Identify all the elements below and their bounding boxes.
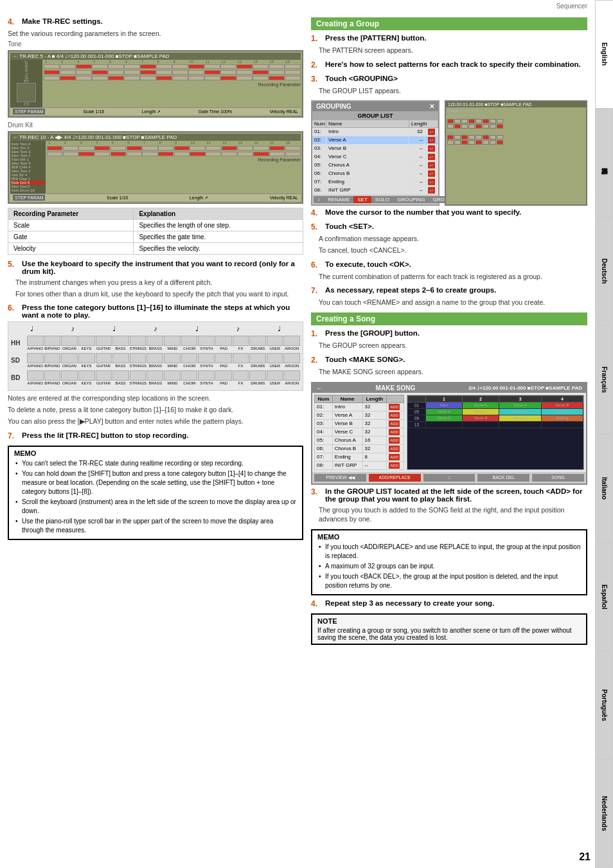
grouping-close-icon[interactable]: ✕ bbox=[429, 103, 434, 110]
add-btn-4[interactable]: +↑ bbox=[428, 154, 435, 160]
add-btn-7[interactable]: +↑ bbox=[428, 179, 435, 185]
ms-add-5[interactable]: ADD bbox=[387, 436, 404, 444]
bd-cell-2[interactable] bbox=[44, 370, 61, 381]
song-cell-05-1[interactable]: Verse A bbox=[426, 408, 462, 415]
sd-cell-10[interactable] bbox=[181, 353, 198, 363]
sd-cell-6[interactable] bbox=[112, 353, 129, 363]
make-song-back-btn[interactable]: ← bbox=[316, 384, 323, 392]
song-cell-09-2[interactable]: Verse B bbox=[462, 415, 499, 421]
ms-add-4[interactable]: ADD bbox=[387, 428, 404, 436]
hh-cell-12[interactable] bbox=[215, 336, 232, 346]
sort-song-btn[interactable]: ↕ bbox=[423, 474, 475, 482]
grp-btn-4[interactable]: +↑ bbox=[425, 153, 438, 161]
ms-add-btn-7[interactable]: ADD bbox=[389, 454, 400, 460]
song-cell-05-3[interactable]: Chorus A bbox=[499, 408, 541, 415]
song-cell-01-2[interactable]: Verse A bbox=[462, 402, 499, 408]
bd-cell-15[interactable] bbox=[267, 370, 283, 381]
bd-cell-11[interactable] bbox=[198, 370, 215, 381]
bd-cell-6[interactable] bbox=[112, 370, 129, 381]
add-btn-1[interactable]: +↑ bbox=[428, 129, 435, 135]
add-btn-3[interactable]: +↑ bbox=[428, 145, 435, 152]
lang-tab-deutsch[interactable]: Deutsch bbox=[595, 217, 613, 326]
grp-btn-3[interactable]: +↑ bbox=[425, 145, 438, 152]
step-param-btn-drum[interactable]: STEP PARAM bbox=[13, 195, 45, 201]
sd-cell-8[interactable] bbox=[147, 353, 163, 363]
hh-cell-5[interactable] bbox=[96, 336, 112, 346]
ms-add-btn-3[interactable]: ADD bbox=[389, 420, 400, 427]
set-btn[interactable]: SET bbox=[353, 196, 371, 203]
sd-cell-15[interactable] bbox=[267, 353, 283, 363]
sd-cell-7[interactable] bbox=[130, 353, 147, 363]
sort-btn[interactable]: ↕ bbox=[314, 196, 324, 203]
hh-cell-13[interactable] bbox=[233, 336, 249, 346]
hh-cell-1[interactable] bbox=[27, 336, 44, 346]
ms-add-btn-5[interactable]: ADD bbox=[389, 437, 400, 444]
ms-add-btn-8[interactable]: ADD bbox=[389, 462, 400, 469]
sd-cell-16[interactable] bbox=[283, 353, 300, 363]
lang-tab-espanol[interactable]: Español bbox=[595, 543, 613, 651]
hh-cell-16[interactable] bbox=[283, 336, 300, 346]
ms-add-6[interactable]: ADD bbox=[387, 444, 404, 453]
hh-cell-9[interactable] bbox=[164, 336, 181, 346]
ms-add-btn-2[interactable]: ADD bbox=[389, 412, 400, 419]
lang-tab-francais[interactable]: Français bbox=[595, 325, 613, 434]
song-cell-09-3[interactable]: Verse C bbox=[499, 415, 541, 421]
sd-cell-12[interactable] bbox=[215, 353, 232, 363]
song-cell-05-2[interactable]: Verse C bbox=[462, 408, 499, 415]
sd-cell-1[interactable] bbox=[27, 353, 44, 363]
hh-cell-11[interactable] bbox=[198, 336, 215, 346]
ms-add-8[interactable]: ADD bbox=[387, 461, 404, 469]
sd-cell-5[interactable] bbox=[96, 353, 112, 363]
ms-add-3[interactable]: ADD bbox=[387, 419, 404, 428]
ms-add-btn-4[interactable]: ADD bbox=[389, 429, 400, 435]
bd-cell-9[interactable] bbox=[164, 370, 181, 381]
song-cell-09-4[interactable]: Ending bbox=[541, 415, 583, 421]
solo-btn[interactable]: SOLO bbox=[371, 196, 393, 203]
ms-add-btn-1[interactable]: ADD bbox=[389, 404, 400, 410]
sd-cell-4[interactable] bbox=[78, 353, 95, 363]
bd-cell-1[interactable] bbox=[27, 370, 44, 381]
hh-cell-6[interactable] bbox=[112, 336, 129, 346]
lang-tab-portugues[interactable]: Português bbox=[595, 651, 613, 760]
lang-tab-nederlands[interactable]: Nederlands bbox=[595, 759, 613, 868]
ms-add-btn-6[interactable]: ADD bbox=[389, 446, 400, 452]
hh-cell-14[interactable] bbox=[249, 336, 266, 346]
song-cell-01-1[interactable]: Intro bbox=[426, 402, 462, 408]
step-param-btn-tone[interactable]: STEP PARAM bbox=[13, 109, 45, 114]
hh-cell-10[interactable] bbox=[181, 336, 198, 346]
grp-btn-5[interactable]: +↑ bbox=[425, 161, 438, 169]
song-cell-05-4[interactable]: Chorus A bbox=[541, 408, 583, 415]
bd-cell-16[interactable] bbox=[283, 370, 300, 381]
bd-cell-10[interactable] bbox=[181, 370, 198, 381]
song-cell-09-1[interactable]: Verse A bbox=[426, 415, 462, 421]
lang-tab-italiano[interactable]: Italiano bbox=[595, 434, 613, 543]
add-replace-btn[interactable]: ADD/REPLACE bbox=[369, 474, 421, 482]
lang-tab-japanese[interactable]: 日本語 bbox=[595, 109, 613, 217]
grp-btn-2[interactable]: +↑ bbox=[425, 136, 438, 144]
sd-cell-11[interactable] bbox=[198, 353, 215, 363]
add-btn-6[interactable]: +↑ bbox=[428, 170, 435, 177]
bd-cell-14[interactable] bbox=[249, 370, 266, 381]
sd-cell-9[interactable] bbox=[164, 353, 181, 363]
back-del-btn[interactable]: BACK DEL bbox=[477, 474, 529, 482]
grp-btn-7[interactable]: +↑ bbox=[425, 178, 438, 186]
hh-cell-4[interactable] bbox=[78, 336, 95, 346]
bd-cell-5[interactable] bbox=[96, 370, 112, 381]
ms-add-2[interactable]: ADD bbox=[387, 411, 404, 419]
lang-tab-english[interactable]: English bbox=[595, 0, 613, 109]
song-cell-01-4[interactable]: Verse B bbox=[541, 402, 583, 408]
add-btn-8[interactable]: +↑ bbox=[428, 187, 435, 194]
grp-btn-8[interactable]: +↑ bbox=[425, 186, 438, 194]
bd-cell-8[interactable] bbox=[147, 370, 163, 381]
add-btn-2[interactable]: +↑ bbox=[428, 137, 435, 143]
bd-cell-3[interactable] bbox=[61, 370, 78, 381]
ms-add-1[interactable]: ADD bbox=[387, 402, 404, 411]
sd-cell-2[interactable] bbox=[44, 353, 61, 363]
song-btn[interactable]: SONG bbox=[532, 474, 584, 482]
bd-cell-13[interactable] bbox=[233, 370, 249, 381]
grp-btn-1[interactable]: +↑ bbox=[425, 128, 438, 136]
sd-cell-14[interactable] bbox=[249, 353, 266, 363]
hh-cell-3[interactable] bbox=[61, 336, 78, 346]
add-btn-5[interactable]: +↑ bbox=[428, 162, 435, 168]
grouping-btn[interactable]: GROUPING bbox=[393, 196, 429, 203]
